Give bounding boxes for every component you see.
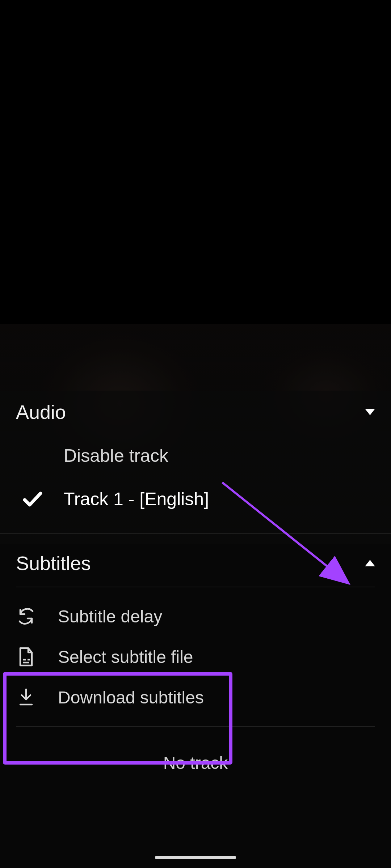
audio-disable-track[interactable]: Disable track (0, 434, 391, 477)
file-icon (16, 647, 36, 667)
check-icon (16, 491, 49, 507)
subtitles-section: Subtitles (0, 534, 391, 786)
audio-subtitles-sheet: Audio Disable track Track 1 - [English] (0, 391, 391, 868)
audio-track-list: Disable track Track 1 - [English] (0, 434, 391, 531)
download-subtitles-label: Download subtitles (58, 688, 204, 707)
audio-track-1[interactable]: Track 1 - [English] (0, 477, 391, 521)
gesture-handle[interactable] (155, 856, 236, 859)
subtitles-section-title: Subtitles (16, 552, 91, 574)
subtitle-delay-label: Subtitle delay (58, 607, 162, 626)
audio-section-header[interactable]: Audio (0, 391, 391, 434)
audio-track-1-label: Track 1 - [English] (64, 489, 209, 510)
player-screen: Audio Disable track Track 1 - [English] (0, 0, 391, 868)
svg-marker-1 (365, 560, 375, 566)
subtitle-delay-row[interactable]: Subtitle delay (0, 596, 391, 637)
svg-marker-0 (365, 409, 375, 415)
select-subtitle-file-label: Select subtitle file (58, 647, 193, 667)
audio-section-title: Audio (16, 401, 66, 423)
sync-icon (16, 607, 36, 626)
subtitles-actions: Subtitle delay Select subtitle file (0, 587, 391, 726)
caret-down-icon (365, 409, 375, 415)
audio-disable-label: Disable track (64, 445, 168, 466)
caret-up-icon (365, 560, 375, 566)
download-subtitles-row[interactable]: Download subtitles (0, 677, 391, 718)
subtitles-no-track: No track (0, 727, 391, 786)
download-icon (16, 688, 36, 707)
select-subtitle-file-row[interactable]: Select subtitle file (0, 637, 391, 677)
subtitles-section-header[interactable]: Subtitles (0, 535, 391, 587)
